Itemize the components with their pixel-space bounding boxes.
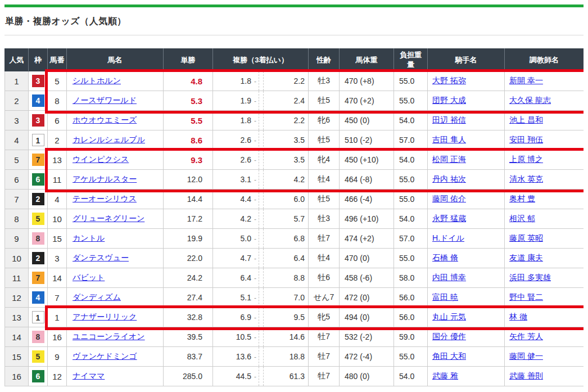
win-odds-cell: 285.0 [164,367,213,386]
sex-age-cell: 牡3 [309,71,340,91]
horse-weight-cell: 510 (-2) [340,130,394,150]
horse-name-link[interactable]: ノースザワールド [73,96,137,105]
frame-cell: 8 [29,327,48,347]
win-odds-value: 4.8 [191,76,202,86]
horse-number-cell: 2 [48,130,67,150]
frame-badge: 4 [32,291,44,304]
win-odds-cell: 5.3 [164,91,213,111]
jockey-link[interactable]: 石橋 脩 [432,253,458,262]
rank-cell: 2 [5,91,29,111]
horse-name-link[interactable]: ユニコーンライオン [73,332,145,341]
jockey-link[interactable]: 丸山 元気 [432,312,466,321]
trainer-link[interactable]: 藤原 英昭 [509,233,543,242]
horse-name-link[interactable]: ウインピクシス [73,155,129,164]
table-row: 11714バビット24.26.4-8.8牡6458 (-6)58.0内田 博幸浜… [5,268,584,288]
col-header-load: 負担重量 [394,49,428,71]
load-weight-cell: 55.0 [394,170,428,190]
horse-name-link[interactable]: グリューネグリーン [73,214,144,223]
place-odds-max-cell: 8.8 [264,268,309,288]
col-header-name: 馬名 [67,49,164,71]
horse-name-link[interactable]: カレンルシェルブル [73,135,145,144]
trainer-link[interactable]: 安田 翔伍 [509,135,543,144]
trainer-link[interactable]: 相沢 郁 [509,214,535,223]
trainer-cell: 安田 翔伍 [505,130,584,150]
jockey-link[interactable]: 富田 暁 [432,292,458,301]
frame-cell: 4 [29,288,48,308]
trainer-link[interactable]: 池上 昌和 [509,115,543,124]
jockey-cell: 松岡 正海 [428,150,505,170]
jockey-link[interactable]: 松岡 正海 [432,155,466,164]
table-row: 135シルトホルン4.81.8-2.2牡3470 (+8)55.0大野 拓弥新開… [5,71,584,91]
jockey-link[interactable]: 吉田 隼人 [432,135,466,144]
trainer-link[interactable]: 林 徹 [509,312,527,321]
horse-name-cell: テーオーシリウス [67,190,164,209]
win-odds-value: 19.9 [187,234,202,243]
rank-cell: 8 [5,209,29,229]
jockey-link[interactable]: 大野 拓弥 [432,76,466,85]
jockey-link[interactable]: H.ドイル [432,233,464,242]
jockey-link[interactable]: 永野 猛蔵 [432,214,466,223]
jockey-link[interactable]: 田辺 裕信 [432,115,466,124]
trainer-link[interactable]: 清水 英克 [509,174,543,183]
horse-name-link[interactable]: カントル [73,233,105,242]
horse-name-cell: ホウオウエミーズ [67,111,164,130]
place-odds-max-cell: 2.2 [264,71,309,91]
jockey-cell: 石橋 脩 [428,249,505,268]
trainer-link[interactable]: 野中 賢二 [509,292,543,301]
horse-number-cell: 6 [48,111,67,130]
trainer-link[interactable]: 大久保 龍志 [509,96,551,105]
win-odds-cell: 22.0 [164,249,213,268]
frame-cell: 1 [29,130,48,150]
frame-cell: 3 [29,111,48,130]
horse-name-link[interactable]: ホウオウエミーズ [73,115,137,124]
horse-name-link[interactable]: バビット [73,273,105,282]
horse-name-link[interactable]: アケルナルスター [73,174,137,183]
horse-name-link[interactable]: ヴァンケドミンゴ [73,352,137,361]
win-odds-value: 8.6 [191,136,202,145]
trainer-link[interactable]: 浜田 多実雄 [509,273,551,282]
horse-name-link[interactable]: テーオーシリウス [73,194,137,203]
trainer-link[interactable]: 上原 博之 [509,155,543,164]
jockey-link[interactable]: 丹内 祐次 [432,174,466,183]
win-odds-value: 17.2 [187,214,202,223]
jockey-link[interactable]: 団野 大成 [432,96,466,105]
horse-number-cell: 15 [48,229,67,249]
jockey-link[interactable]: 藤岡 佑介 [432,194,466,203]
trainer-link[interactable]: 新開 幸一 [509,76,543,85]
table-row: 724テーオーシリウス14.44.4-6.0牡5466 (-4)55.0藤岡 佑… [5,190,584,209]
place-odds-separator: - [254,215,256,223]
jockey-cell: 角田 大和 [428,347,505,367]
rank-cell: 15 [5,347,29,367]
place-odds-min-cell: 5.1- [213,288,259,308]
jockey-link[interactable]: 角田 大和 [432,352,466,361]
win-odds-value: 12.0 [187,175,202,184]
place-odds-min-value: 4.2 [241,214,251,223]
horse-name-link[interactable]: ナイママ [73,371,105,380]
jockey-link[interactable]: 武藤 雅 [432,371,458,380]
jockey-link[interactable]: 国分 優作 [432,332,466,341]
load-weight-cell: 55.0 [394,249,428,268]
horse-name-link[interactable]: シルトホルン [73,76,121,85]
table-row: 1023ダンテスヴュー22.04.7-6.4牡4470 (0)55.0石橋 脩友… [5,249,584,268]
trainer-link[interactable]: 友道 康夫 [509,253,543,262]
win-odds-value: 24.2 [187,273,202,282]
load-weight-cell: 57.0 [394,130,428,150]
trainer-link[interactable]: 矢作 芳人 [509,332,543,341]
frame-badge: 6 [32,370,44,382]
horse-name-link[interactable]: ダンテスヴュー [73,253,129,262]
trainer-link[interactable]: 藤岡 健一 [509,352,543,361]
place-odds-separator: - [254,156,256,164]
trainer-link[interactable]: 奥村 豊 [509,194,535,203]
horse-name-link[interactable]: ダンディズム [73,292,121,301]
rank-cell: 10 [5,249,29,268]
win-odds-value: 27.4 [187,293,202,302]
jockey-link[interactable]: 内田 博幸 [432,273,466,282]
trainer-link[interactable]: 武藤 善則 [509,371,543,380]
odds-table-wrap: 人気枠馬番馬名単勝複勝（3着払い）性齢馬体重負担重量騎手名調教師名 135シルト… [4,48,584,386]
frame-cell: 1 [29,308,48,327]
horse-name-link[interactable]: アナザーリリック [73,312,137,321]
table-row: 412カレンルシェルブル8.62.6-3.5牡5510 (-2)57.0吉田 隼… [5,130,584,150]
win-odds-cell: 4.8 [164,71,213,91]
horse-number-cell: 5 [48,71,67,91]
place-odds-min-cell: 6.4- [213,268,259,288]
